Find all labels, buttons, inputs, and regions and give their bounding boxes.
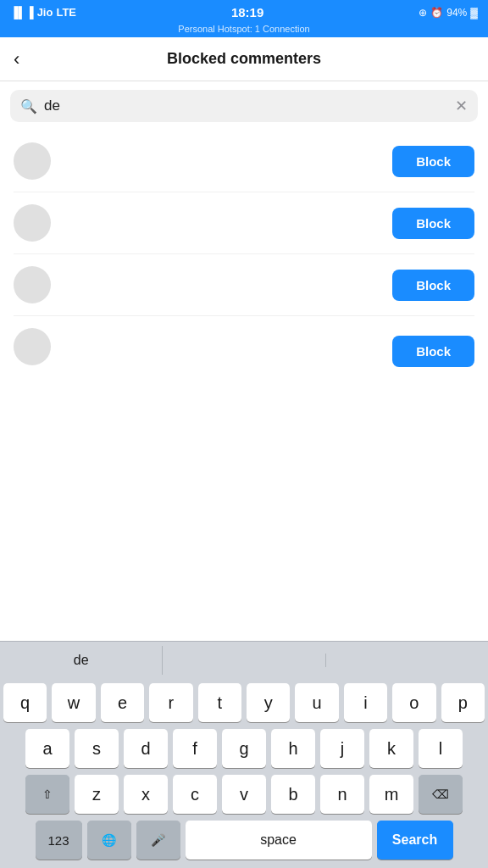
- keyboard: de q w e r t y u i o p a s d f g h j k l: [0, 641, 488, 868]
- key-i[interactable]: i: [344, 683, 387, 722]
- key-g[interactable]: g: [222, 729, 266, 768]
- shift-key[interactable]: ⇧: [25, 775, 69, 814]
- key-q[interactable]: q: [3, 683, 47, 722]
- key-b[interactable]: b: [271, 775, 315, 814]
- key-h[interactable]: h: [271, 729, 315, 768]
- signal-icon: ▐▌▐: [10, 6, 34, 19]
- key-l[interactable]: l: [419, 729, 463, 768]
- location-icon: ⊕: [419, 7, 427, 19]
- block-button-4[interactable]: Block: [392, 336, 474, 367]
- key-t[interactable]: t: [198, 683, 241, 722]
- key-a[interactable]: a: [25, 729, 69, 768]
- alarm-icon: ⏰: [430, 7, 443, 19]
- key-v[interactable]: v: [222, 775, 266, 814]
- status-left: ▐▌▐ Jio LTE: [10, 6, 76, 19]
- key-m[interactable]: m: [369, 775, 413, 814]
- key-c[interactable]: c: [173, 775, 217, 814]
- suggestions-bar: de: [0, 641, 488, 678]
- user-info: [14, 328, 51, 365]
- key-f[interactable]: f: [173, 729, 217, 768]
- avatar: [14, 142, 51, 180]
- key-z[interactable]: z: [75, 775, 119, 814]
- key-k[interactable]: k: [369, 729, 413, 768]
- list-item: Block: [14, 131, 474, 192]
- carrier-label: Jio: [37, 6, 53, 19]
- page-title: Blocked commenters: [167, 50, 321, 68]
- key-p[interactable]: p: [441, 683, 485, 722]
- avatar: [14, 328, 51, 365]
- bottom-row: 123 🌐 🎤 space Search: [3, 821, 485, 860]
- key-r[interactable]: r: [149, 683, 192, 722]
- list-item: Block: [14, 254, 474, 316]
- back-button[interactable]: ‹: [14, 50, 19, 69]
- battery-label: 94%: [446, 7, 467, 19]
- block-button-2[interactable]: Block: [392, 208, 474, 239]
- key-u[interactable]: u: [295, 683, 338, 722]
- suggestion-1[interactable]: de: [0, 646, 163, 675]
- key-s[interactable]: s: [75, 729, 119, 768]
- nav-bar: ‹ Blocked commenters: [0, 37, 488, 81]
- network-label: LTE: [56, 6, 76, 19]
- key-n[interactable]: n: [320, 775, 364, 814]
- space-key[interactable]: space: [186, 821, 372, 860]
- mic-key[interactable]: 🎤: [136, 821, 180, 860]
- user-info: [14, 142, 51, 180]
- avatar: [14, 204, 51, 242]
- numbers-key[interactable]: 123: [36, 821, 82, 860]
- list-item: Block: [14, 316, 474, 377]
- key-j[interactable]: j: [320, 729, 364, 768]
- key-row-2: a s d f g h j k l: [3, 729, 485, 768]
- key-d[interactable]: d: [124, 729, 168, 768]
- list-item: Block: [14, 192, 474, 254]
- status-time: 18:19: [231, 5, 263, 19]
- search-container: 🔍 ✕: [0, 81, 488, 131]
- user-info: [14, 204, 51, 242]
- key-o[interactable]: o: [392, 683, 435, 722]
- key-w[interactable]: w: [52, 683, 95, 722]
- search-icon: 🔍: [20, 98, 37, 114]
- key-row-1: q w e r t y u i o p: [3, 683, 485, 722]
- content-area: Block Block Block Block: [0, 131, 488, 580]
- block-button-3[interactable]: Block: [392, 270, 474, 301]
- search-key[interactable]: Search: [377, 821, 453, 860]
- key-row-3: ⇧ z x c v b n m ⌫: [3, 775, 485, 814]
- suggestion-3[interactable]: [326, 654, 488, 667]
- block-button-1[interactable]: Block: [392, 146, 474, 177]
- suggestion-2[interactable]: [163, 654, 325, 667]
- keyboard-keys: q w e r t y u i o p a s d f g h j k l ⇧ …: [0, 678, 488, 868]
- key-e[interactable]: e: [101, 683, 144, 722]
- battery-icon: ▓: [470, 7, 478, 19]
- clear-button[interactable]: ✕: [455, 97, 468, 115]
- avatar: [14, 266, 51, 303]
- hotspot-label: Personal Hotspot: 1 Connection: [178, 24, 309, 34]
- key-x[interactable]: x: [124, 775, 168, 814]
- status-bar: ▐▌▐ Jio LTE 18:19 ⊕ ⏰ 94% ▓ Personal Hot…: [0, 0, 488, 37]
- user-info: [14, 266, 51, 303]
- search-input[interactable]: [44, 97, 448, 114]
- search-bar: 🔍 ✕: [10, 90, 478, 122]
- delete-key[interactable]: ⌫: [419, 775, 463, 814]
- globe-key[interactable]: 🌐: [87, 821, 131, 860]
- key-y[interactable]: y: [247, 683, 290, 722]
- status-right: ⊕ ⏰ 94% ▓: [419, 7, 478, 19]
